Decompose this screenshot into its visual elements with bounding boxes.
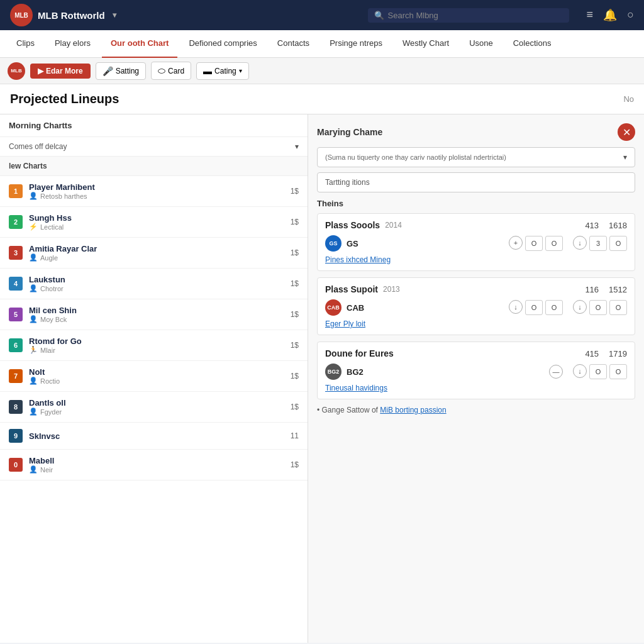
right-input[interactable]: Tartting itions <box>317 172 635 192</box>
position-badge: 1 <box>9 184 23 198</box>
nav-usone[interactable]: Usone <box>460 30 502 58</box>
nav-players[interactable]: Play elors <box>46 30 99 58</box>
score-box: O <box>545 300 563 315</box>
game-action-link[interactable]: Tineusal havidings <box>325 384 627 392</box>
list-item[interactable]: 1 Player Marhibent 👤 Retosb harthes 1$ <box>0 176 308 207</box>
player-info: Sklnvsc <box>29 431 284 441</box>
player-sub: 👤 Chotror <box>29 284 284 292</box>
site-dropdown-arrow[interactable]: ▾ <box>113 11 116 19</box>
nav-clips[interactable]: Clips <box>8 30 43 58</box>
morning-dropdown[interactable]: Comes off delcay ▾ <box>0 137 308 157</box>
nav-prsinge[interactable]: Prsinge ntreps <box>321 30 391 58</box>
score-box: O <box>589 364 607 379</box>
player-sub: ⚡ Lectical <box>29 223 284 231</box>
morning-dropdown-arrow: ▾ <box>295 142 299 151</box>
list-item[interactable]: 8 Dantls oll 👤 Fgyder 1$ <box>0 392 308 423</box>
game-year: 2014 <box>385 221 402 230</box>
action-score[interactable]: + <box>509 236 523 250</box>
menu-icon[interactable]: ≡ <box>587 8 594 22</box>
game-title: Doune for Eures <box>325 348 394 358</box>
list-item[interactable]: 6 Rtomd for Go 🏃 Mlair 1$ <box>0 330 308 361</box>
game-title-row: Plass Supoit 2013 116 1512 <box>325 284 627 294</box>
left-panel: Morning Chartts Comes off delcay ▾ lew C… <box>0 114 308 643</box>
position-badge: 2 <box>9 215 23 229</box>
footer-link[interactable]: MiB borting passion <box>380 406 446 414</box>
list-item[interactable]: 3 Amitia Rayar Clar 👤 Augle 1$ <box>0 238 308 269</box>
game-title: Plass Soools <box>325 220 380 230</box>
action-score-2[interactable]: ↓ <box>573 364 587 378</box>
game-action-link[interactable]: Pines ixhced Mineg <box>325 255 627 264</box>
score-boxes-2: ↓ O O <box>573 300 627 315</box>
page-title: Projected Lineups <box>10 92 119 106</box>
right-dropdown-arrow: ▾ <box>623 153 627 162</box>
player-name: Amitia Rayar Clar <box>29 244 284 253</box>
score-box: 3 <box>589 236 607 251</box>
list-item[interactable]: 4 Laukstun 👤 Chotror 1$ <box>0 269 308 299</box>
position-badge: 5 <box>9 308 23 321</box>
right-section-title: Marying Chame <box>317 127 382 137</box>
nav-defined[interactable]: Defioned compries <box>180 30 265 58</box>
team-logo: CAB <box>325 299 341 316</box>
cating-dropdown-arrow: ▾ <box>239 67 242 74</box>
circle-icon[interactable]: ○ <box>627 8 634 22</box>
nav-westly[interactable]: Westly Chart <box>394 30 458 58</box>
action-score-2[interactable]: ↓ <box>573 236 587 250</box>
player-stat: 1$ <box>291 310 299 319</box>
player-icon: 🏃 <box>29 346 38 354</box>
mic-icon: 🎤 <box>103 66 113 76</box>
list-item[interactable]: 0 Mabell 👤 Neir 1$ <box>0 450 308 480</box>
search-input[interactable] <box>388 11 563 20</box>
player-info: Nolt 👤 Roctio <box>29 367 284 385</box>
player-icon: 👤 <box>29 408 38 416</box>
nav-contacts[interactable]: Contacts <box>269 30 318 58</box>
game-action-link[interactable]: Eger Ply loit <box>325 319 627 328</box>
play-icon: ▶ <box>38 67 43 75</box>
player-info: Amitia Rayar Clar 👤 Augle <box>29 244 284 262</box>
score-boxes: — <box>549 365 563 379</box>
top-nav: MLB MLB Rottworld ▾ 🔍 ≡ 🔔 ○ <box>0 0 644 30</box>
explore-button[interactable]: ▶ Edar More <box>30 64 91 79</box>
team-row: GS GS + O O ↓ 3 O <box>325 235 627 252</box>
mlb-logo: MLB <box>10 4 33 26</box>
list-item[interactable]: 5 Mil cen Shin 👤 Moy Bck 1$ <box>0 299 308 330</box>
close-button[interactable]: ✕ <box>618 123 635 141</box>
team-row: BG2 BG2 — ↓ O O <box>325 364 627 380</box>
position-badge: 9 <box>9 429 23 443</box>
action-score-2[interactable]: ↓ <box>573 300 587 314</box>
list-item[interactable]: 7 Nolt 👤 Roctio 1$ <box>0 361 308 392</box>
player-icon: 👤 <box>29 465 38 474</box>
cating-button[interactable]: ▬ Cating ▾ <box>196 62 249 80</box>
action-score[interactable]: — <box>549 365 563 379</box>
site-name: MLB Rottworld <box>38 10 105 21</box>
player-name: Laukstun <box>29 275 284 284</box>
search-bar[interactable]: 🔍 <box>368 8 569 23</box>
card-button[interactable]: ⬭ Card <box>151 62 191 80</box>
new-charts-label: lew Charts <box>0 157 308 176</box>
card-icon: ⬭ <box>158 65 165 76</box>
player-icon: 👤 <box>29 192 38 200</box>
nav-collections[interactable]: Colections <box>504 30 560 58</box>
satting-button[interactable]: 🎤 Satting <box>96 62 146 80</box>
right-dropdown[interactable]: (Suma nu tiquerty one thay cariv naotily… <box>317 147 635 167</box>
nav-our-chart[interactable]: Our ooth Chart <box>102 30 177 58</box>
game-section: Doune for Eures 415 1719 BG2 BG2 — ↓ O O <box>317 341 635 399</box>
list-item[interactable]: 2 Sungh Hss ⚡ Lectical 1$ <box>0 207 308 238</box>
player-stat: 1$ <box>291 372 299 380</box>
game-title: Plass Supoit <box>325 284 378 294</box>
bell-icon[interactable]: 🔔 <box>603 8 617 22</box>
team-logo: GS <box>325 235 341 252</box>
game-title-row: Plass Soools 2014 413 1618 <box>325 220 627 230</box>
score-box: O <box>589 300 607 315</box>
score-boxes-2: ↓ 3 O <box>573 236 627 251</box>
player-info: Sungh Hss ⚡ Lectical <box>29 213 284 231</box>
team-row: CAB CAB ↓ O O ↓ O O <box>325 299 627 316</box>
player-stat: 1$ <box>291 218 299 226</box>
page-header: Projected Lineups No <box>0 84 644 114</box>
list-item[interactable]: 9 Sklnvsc 11 <box>0 423 308 450</box>
team-abbr: BG2 <box>347 367 364 377</box>
game-title-row: Doune for Eures 415 1719 <box>325 348 627 358</box>
player-name: Sungh Hss <box>29 213 284 223</box>
player-info: Mabell 👤 Neir <box>29 456 284 474</box>
action-score[interactable]: ↓ <box>509 300 523 314</box>
morning-charts-header: Morning Chartts <box>0 114 308 137</box>
